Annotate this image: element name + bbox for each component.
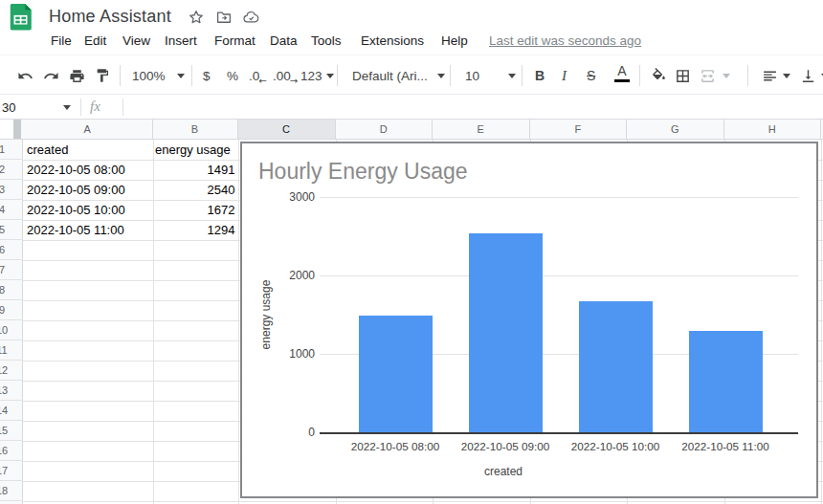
- corner-cell[interactable]: [0, 120, 13, 139]
- chart-x-axis-title: created: [446, 465, 561, 478]
- row-header-7[interactable]: 7: [0, 260, 23, 280]
- redo-button[interactable]: [43, 67, 59, 84]
- text-color-button[interactable]: A: [614, 64, 630, 81]
- row-header-4[interactable]: 4: [0, 200, 23, 220]
- chart-y-tick-label: 2000: [257, 269, 315, 282]
- chart-gridline: [320, 275, 798, 276]
- row-header-11[interactable]: 11: [0, 340, 23, 361]
- menu-tools[interactable]: Tools: [311, 33, 342, 48]
- paint-format-button[interactable]: [95, 67, 110, 84]
- menu-insert[interactable]: Insert: [165, 33, 197, 48]
- cell-A2[interactable]: 2022-10-05 08:00: [27, 160, 149, 180]
- chart-x-tick-label: 2022-10-05 08:00: [338, 440, 453, 452]
- column-header-C[interactable]: C: [238, 120, 336, 139]
- divider: [191, 65, 192, 86]
- chart-bar-2[interactable]: [469, 233, 543, 432]
- corner-cell-edge: [13, 120, 21, 139]
- cell-A4[interactable]: 2022-10-05 10:00: [27, 200, 149, 220]
- row-header-1[interactable]: 1: [0, 140, 23, 160]
- column-header-G[interactable]: G: [627, 120, 724, 139]
- cloud-saved-icon[interactable]: [242, 9, 259, 26]
- menu-data[interactable]: Data: [270, 33, 298, 48]
- font-select[interactable]: Default (Ari...: [352, 67, 445, 84]
- undo-button[interactable]: [17, 67, 33, 84]
- row-header-8[interactable]: 8: [0, 280, 23, 300]
- document-title[interactable]: Home Assistant: [49, 7, 171, 27]
- chart-y-tick-label: 1000: [257, 347, 315, 361]
- cell-A1[interactable]: created: [27, 140, 149, 160]
- column-header-A[interactable]: A: [23, 120, 153, 139]
- divider: [450, 65, 451, 86]
- font-size-select[interactable]: 10: [465, 67, 516, 84]
- horizontal-align-button[interactable]: [762, 67, 790, 84]
- format-currency-button[interactable]: $: [203, 67, 211, 84]
- row-header-6[interactable]: 6: [0, 240, 23, 260]
- chart-bar-3[interactable]: [579, 301, 653, 432]
- name-box-caret-icon[interactable]: [63, 105, 71, 110]
- zoom-select[interactable]: 100%: [132, 67, 185, 84]
- row-header-17[interactable]: 17: [0, 461, 23, 481]
- row-header-5[interactable]: 5: [0, 220, 23, 240]
- more-formats-button[interactable]: 123: [300, 67, 334, 84]
- format-percent-button[interactable]: %: [227, 67, 238, 84]
- row-header-14[interactable]: 14: [0, 401, 23, 421]
- embedded-chart[interactable]: Hourly Energy Usage energy usage 3000200…: [240, 142, 818, 498]
- bold-button[interactable]: B: [535, 67, 545, 84]
- divider: [0, 55, 823, 55]
- chart-x-tick-label: 2022-10-05 09:00: [448, 440, 563, 452]
- increase-decimal-button[interactable]: .00→: [273, 67, 299, 84]
- row-header-3[interactable]: 3: [0, 180, 23, 200]
- column-header-B[interactable]: B: [153, 120, 238, 139]
- row-header-12[interactable]: 12: [0, 361, 23, 381]
- column-header-E[interactable]: E: [433, 120, 530, 139]
- chart-y-tick-label: 3000: [257, 190, 315, 204]
- column-header-D[interactable]: D: [336, 120, 434, 139]
- menu-help[interactable]: Help: [441, 33, 468, 48]
- gridline: [23, 501, 823, 502]
- gridline: [821, 140, 822, 504]
- cell-B1[interactable]: energy usage: [155, 140, 235, 160]
- row-header-18[interactable]: 18: [0, 481, 23, 501]
- row-header-10[interactable]: 10: [0, 320, 23, 340]
- chart-bar-4[interactable]: [689, 331, 763, 432]
- star-icon[interactable]: [188, 9, 205, 26]
- cell-A5[interactable]: 2022-10-05 11:00: [27, 220, 149, 240]
- dropdown-caret-icon: [177, 74, 185, 78]
- chart-title: Hourly Energy Usage: [258, 159, 468, 185]
- menu-extensions[interactable]: Extensions: [361, 33, 424, 48]
- fill-color-button[interactable]: [651, 67, 667, 84]
- menu-edit[interactable]: Edit: [84, 33, 106, 48]
- italic-button[interactable]: I: [562, 67, 567, 84]
- row-header-13[interactable]: 13: [0, 381, 23, 401]
- cell-A3[interactable]: 2022-10-05 09:00: [27, 180, 149, 200]
- column-header-H[interactable]: H: [724, 120, 822, 139]
- cell-B4[interactable]: 1672: [155, 200, 235, 220]
- row-header-9[interactable]: 9: [0, 300, 23, 320]
- row-header-15[interactable]: 15: [0, 421, 23, 441]
- menu-file[interactable]: File: [51, 33, 72, 48]
- row-header-2[interactable]: 2: [0, 160, 23, 180]
- sheets-logo-icon[interactable]: [7, 3, 34, 31]
- name-box[interactable]: 30: [2, 100, 15, 115]
- menu-view[interactable]: View: [122, 33, 150, 48]
- menu-format[interactable]: Format: [214, 33, 256, 48]
- merge-cells-button[interactable]: [700, 67, 730, 84]
- row-header-16[interactable]: 16: [0, 441, 23, 461]
- cell-B3[interactable]: 2540: [155, 180, 235, 200]
- chart-bar-1[interactable]: [359, 316, 433, 432]
- move-folder-icon[interactable]: [215, 9, 233, 26]
- cell-B2[interactable]: 1491: [155, 160, 235, 180]
- cell-B5[interactable]: 1294: [155, 220, 235, 240]
- dropdown-caret-icon: [783, 74, 790, 78]
- dropdown-caret-icon: [508, 74, 516, 78]
- last-edit-status[interactable]: Last edit was seconds ago: [489, 33, 641, 48]
- row-headers: 123456789101112131415161718: [0, 140, 23, 504]
- decrease-decimal-button[interactable]: .0←: [249, 67, 268, 84]
- print-button[interactable]: [69, 67, 85, 84]
- borders-button[interactable]: [675, 67, 691, 84]
- gridline: [238, 140, 239, 504]
- strikethrough-button[interactable]: S: [587, 67, 595, 84]
- divider: [337, 65, 338, 86]
- vertical-align-button[interactable]: [800, 67, 823, 84]
- column-header-F[interactable]: F: [530, 120, 628, 139]
